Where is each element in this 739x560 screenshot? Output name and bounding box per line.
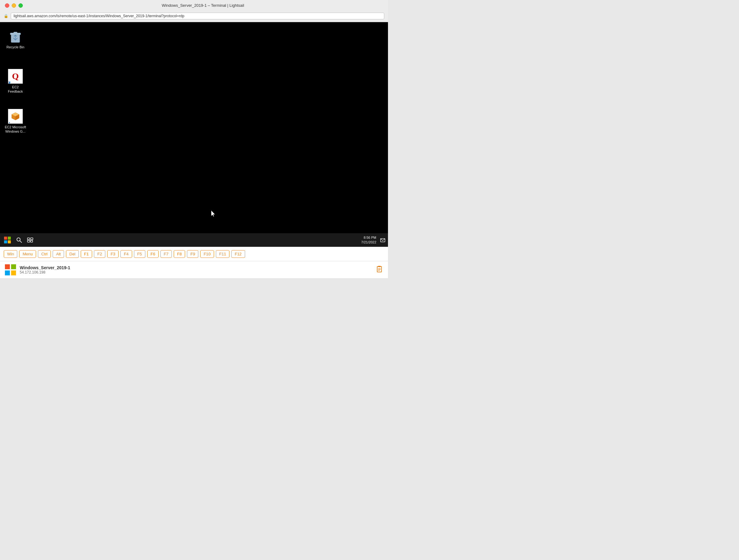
key-f10-button[interactable]: F10 xyxy=(200,250,214,258)
key-f3-button[interactable]: F3 xyxy=(107,250,119,258)
svg-rect-19 xyxy=(27,238,29,240)
svg-rect-27 xyxy=(11,270,16,275)
svg-rect-14 xyxy=(8,237,11,240)
svg-rect-2 xyxy=(14,32,17,33)
svg-rect-21 xyxy=(27,240,30,242)
svg-rect-20 xyxy=(30,238,33,240)
taskbar-task-view-button[interactable] xyxy=(26,236,34,244)
address-bar-row: 🔒 lightsail.aws.amazon.com/ls/remote/us-… xyxy=(0,11,388,22)
key-win-button[interactable]: Win xyxy=(4,250,17,258)
ec2-feedback-icon-bg: Q xyxy=(8,69,23,84)
svg-marker-12 xyxy=(211,210,215,217)
taskbar-right: 8:56 PM 7/21/2022 xyxy=(361,235,386,245)
bottom-bar: Windows_Server_2019-1 54.172.106.198 xyxy=(0,261,388,278)
svg-rect-24 xyxy=(5,264,10,269)
desktop-icon-ec2-feedback[interactable]: Q EC2 Feedback xyxy=(3,68,28,95)
ec2-windows-icon-image xyxy=(8,109,23,124)
taskbar-search-button[interactable] xyxy=(15,236,23,244)
close-button[interactable] xyxy=(5,3,9,8)
instance-name: Windows_Server_2019-1 xyxy=(20,265,70,270)
svg-rect-26 xyxy=(5,270,10,275)
ec2-feedback-icon-image: Q xyxy=(8,69,23,84)
key-f12-button[interactable]: F12 xyxy=(231,250,245,258)
key-f5-button[interactable]: F5 xyxy=(134,250,145,258)
key-alt-button[interactable]: Alt xyxy=(53,250,64,258)
mouse-cursor xyxy=(211,210,216,217)
key-f1-button[interactable]: F1 xyxy=(81,250,92,258)
key-f8-button[interactable]: F8 xyxy=(174,250,185,258)
keys-bar: WinMenuCtrlAltDelF1F2F3F4F5F6F7F8F9F10F1… xyxy=(0,247,388,261)
recycle-bin-icon-image xyxy=(8,29,23,44)
svg-rect-30 xyxy=(378,266,381,267)
lock-icon: 🔒 xyxy=(4,14,8,18)
svg-rect-13 xyxy=(4,237,7,240)
traffic-lights xyxy=(5,3,23,8)
desktop-icon-ec2-windows[interactable]: EC2 Microsoft Windows G... xyxy=(3,108,28,135)
key-f9-button[interactable]: F9 xyxy=(187,250,198,258)
shortcut-arrow-icon xyxy=(8,80,12,83)
recycle-bin-label: Recycle Bin xyxy=(6,45,24,49)
maximize-button[interactable] xyxy=(18,3,23,8)
svg-rect-16 xyxy=(8,240,11,243)
key-f6-button[interactable]: F6 xyxy=(147,250,159,258)
svg-rect-15 xyxy=(4,240,7,243)
shortcut-arrow-icon-2 xyxy=(8,120,12,123)
key-f7-button[interactable]: F7 xyxy=(160,250,172,258)
windows-logo-icon xyxy=(5,264,16,275)
desktop-icon-recycle-bin[interactable]: Recycle Bin xyxy=(3,28,28,50)
instance-ip: 54.172.106.198 xyxy=(20,270,70,274)
taskbar-notification-icon[interactable] xyxy=(380,237,386,243)
ec2-windows-label: EC2 Microsoft Windows G... xyxy=(4,125,26,134)
instance-info: Windows_Server_2019-1 54.172.106.198 xyxy=(20,265,70,274)
key-ctrl-button[interactable]: Ctrl xyxy=(38,250,51,258)
key-f2-button[interactable]: F2 xyxy=(94,250,105,258)
start-button[interactable] xyxy=(2,235,12,245)
key-f4-button[interactable]: F4 xyxy=(120,250,132,258)
taskbar-date: 7/21/2022 xyxy=(361,240,376,245)
address-bar[interactable]: lightsail.aws.amazon.com/ls/remote/us-ea… xyxy=(11,13,384,19)
minimize-button[interactable] xyxy=(12,3,16,8)
svg-rect-22 xyxy=(30,240,33,242)
taskbar: 8:56 PM 7/21/2022 xyxy=(0,233,388,247)
svg-rect-25 xyxy=(11,264,16,269)
taskbar-time: 8:56 PM xyxy=(361,235,376,240)
clipboard-icon[interactable] xyxy=(376,265,383,274)
svg-line-18 xyxy=(20,241,22,242)
ec2-windows-icon-bg xyxy=(8,109,23,124)
key-f11-button[interactable]: F11 xyxy=(216,250,230,258)
svg-rect-29 xyxy=(377,266,382,272)
window-title: Windows_Server_2019-1 – Terminal | Light… xyxy=(23,3,383,8)
rdp-desktop[interactable]: Recycle Bin Q EC2 Feedback xyxy=(0,22,388,247)
ec2-feedback-label: EC2 Feedback xyxy=(4,85,26,94)
key-del-button[interactable]: Del xyxy=(66,250,79,258)
key-menu-button[interactable]: Menu xyxy=(19,250,36,258)
taskbar-clock: 8:56 PM 7/21/2022 xyxy=(361,235,376,245)
svg-point-17 xyxy=(17,238,20,241)
browser-chrome: Windows_Server_2019-1 – Terminal | Light… xyxy=(0,0,388,22)
title-bar: Windows_Server_2019-1 – Terminal | Light… xyxy=(0,0,388,11)
